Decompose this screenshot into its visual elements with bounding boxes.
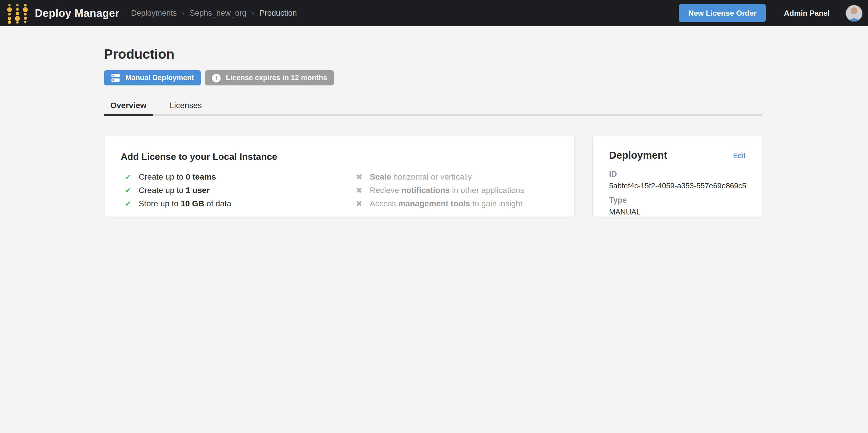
check-icon: ✔ [125,171,131,184]
top-bar: Deploy Manager Deployments › Sephs_new_o… [0,0,868,26]
cross-icon: ✖ [356,171,362,184]
add-license-card: Add License to your Local Instance ✔ Cre… [104,135,575,216]
user-avatar[interactable] [845,4,863,22]
new-license-order-button[interactable]: New License Order [679,4,766,22]
cross-icon: ✖ [356,184,362,197]
check-icon: ✔ [125,184,131,197]
deployment-field: ID 5abfef4c-15f2-4059-a353-557e69e869c5 [609,169,745,191]
server-stack-icon [111,73,120,83]
deployment-type-badge-label: Manual Deployment [125,74,194,82]
included-feature-list: ✔ Create up to 0 teams ✔ Create up to 1 … [125,170,356,210]
feature-item: ✖ Access management tools to gain insigh… [356,197,524,210]
page-title: Production [104,46,762,62]
deployment-card: Deployment Edit ID 5abfef4c-15f2-4059-a3… [592,135,762,216]
deployment-card-title: Deployment [609,149,667,162]
badges-row: Manual Deployment ! License expires in 1… [104,70,762,85]
chevron-right-icon: › [252,9,254,18]
feature-item: ✔ Create up to 1 user [125,184,356,197]
license-expiry-badge: ! License expires in 12 months [205,70,334,85]
app-title: Deploy Manager [35,7,119,20]
tab-licenses[interactable]: Licenses [163,96,209,116]
deployment-edit-link[interactable]: Edit [733,151,745,160]
feature-item: ✔ Store up to 10 GB of data [125,197,356,210]
feature-item: ✖ Recieve notifications in other applica… [356,184,524,197]
add-license-card-title: Add License to your Local Instance [121,152,558,162]
breadcrumb: Deployments › Sephs_new_org › Production [131,9,297,18]
chevron-right-icon: › [182,9,185,18]
tab-overview[interactable]: Overview [104,96,153,116]
deployment-type-badge: Manual Deployment [104,70,201,85]
main-area: Production Manual Deployment ! License e… [0,26,868,216]
app-logo-icon[interactable] [6,2,29,24]
breadcrumb-item-production: Production [259,9,297,18]
admin-panel-link[interactable]: Admin Panel [784,9,830,18]
deployment-field: Type MANUAL [609,195,745,216]
check-icon: ✔ [125,198,131,210]
feature-item: ✖ Scale horizontal or vertically [356,170,524,184]
tab-bar: Overview Licenses [104,96,762,116]
feature-grid: ✔ Create up to 0 teams ✔ Create up to 1 … [121,170,558,210]
app-viewport: Deploy Manager Deployments › Sephs_new_o… [0,0,868,216]
exclamation-circle-icon: ! [212,74,221,82]
breadcrumb-item-deployments[interactable]: Deployments [131,9,177,18]
feature-item: ✔ Create up to 0 teams [125,170,356,184]
cross-icon: ✖ [356,198,362,210]
breadcrumb-item-org[interactable]: Sephs_new_org [190,9,246,18]
excluded-feature-list: ✖ Scale horizontal or vertically ✖ Recie… [356,170,524,210]
license-expiry-badge-label: License expires in 12 months [226,74,327,82]
